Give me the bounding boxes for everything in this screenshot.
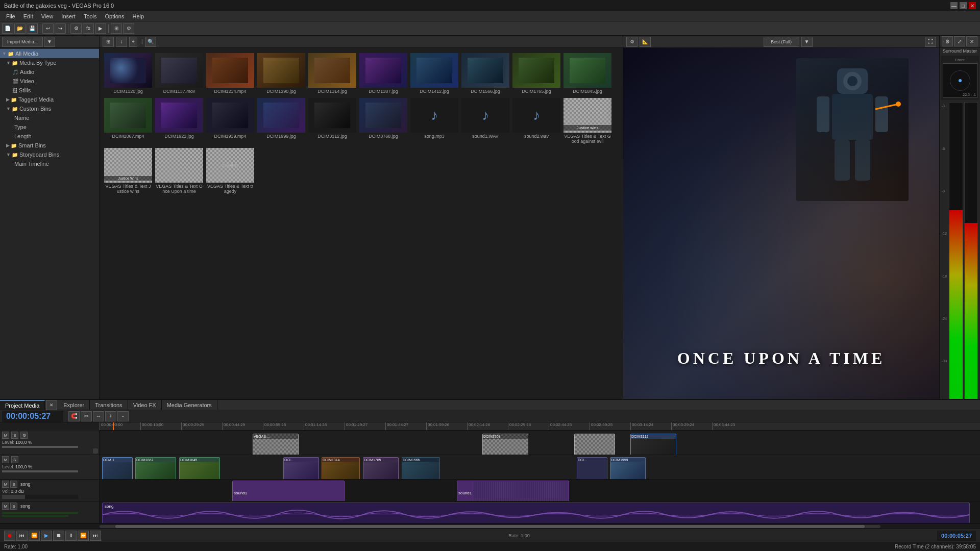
track1-settings[interactable]: ⚙	[20, 432, 28, 439]
search-media[interactable]: 🔍	[145, 37, 156, 47]
track1-level-slider[interactable]	[2, 446, 78, 448]
render-button[interactable]: ⚙	[70, 23, 82, 34]
tree-item-main-timeline[interactable]: Main Timeline	[0, 159, 99, 168]
video-clip-dcim1765[interactable]: DCIM1765	[363, 457, 399, 479]
audio-clip-sound1-2[interactable]: sound1	[457, 481, 569, 501]
transport-fwd[interactable]: ⏭	[90, 531, 101, 541]
tab-transitions[interactable]: Transitions	[90, 400, 128, 410]
text-clip-dcim3768[interactable]: DCIM3768	[482, 434, 528, 455]
media-item-dcim1234[interactable]: DCIM1234.mp4	[206, 52, 255, 95]
track2-solo[interactable]: S	[11, 456, 18, 463]
master-bus-expand[interactable]: ⤢	[954, 36, 965, 46]
maximize-button[interactable]: □	[960, 2, 967, 9]
menu-edit[interactable]: Edit	[19, 13, 37, 19]
tab-explorer[interactable]: Explorer	[58, 400, 90, 410]
media-item-text-once-upon-a-time[interactable]: VEGAS Titles & Text Once Upon a time	[155, 147, 204, 195]
video-clip-dcim1314[interactable]: DCIM1314	[322, 457, 360, 479]
video-clip-dcim1999[interactable]: DCIM1999	[610, 457, 646, 479]
view-toggle[interactable]: ⊞	[103, 37, 114, 47]
media-item-dcim3768[interactable]: DCIM3768.jpg	[359, 97, 408, 145]
media-item-dcim1999[interactable]: DCIM1999.jpg	[257, 97, 306, 145]
tl-snap[interactable]: 🧲	[68, 411, 80, 421]
media-item-dcim1137[interactable]: DCIM1137.mov	[155, 52, 204, 95]
transport-back[interactable]: ⏮	[16, 531, 28, 541]
preview-fullscreen[interactable]: ⛶	[925, 37, 936, 47]
new-button[interactable]: 📄	[2, 23, 13, 34]
tab-media-generators[interactable]: Media Generators	[162, 400, 217, 410]
master-bus-settings[interactable]: ⚙	[942, 36, 953, 46]
media-item-dcim1939[interactable]: DCIM1939.mp4	[206, 97, 255, 145]
save-button[interactable]: 💾	[27, 23, 38, 34]
redo-button[interactable]: ↪	[55, 23, 66, 34]
menu-file[interactable]: File	[2, 13, 19, 19]
audio-clip-song[interactable]: song	[102, 503, 970, 523]
tab-project-media[interactable]: Project Media	[0, 400, 45, 410]
menu-insert[interactable]: Insert	[57, 13, 80, 19]
video-clip-dci[interactable]: DCI...	[283, 457, 319, 479]
close-button[interactable]: ✕	[969, 2, 976, 9]
audio2-mute[interactable]: M	[2, 503, 9, 510]
transport-stop[interactable]: ⏹	[53, 531, 64, 541]
tree-item-name[interactable]: Name	[0, 113, 99, 122]
tree-item-smart-bins[interactable]: ▶ 📁 Smart Bins	[0, 141, 99, 150]
track1-solo[interactable]: S	[11, 432, 18, 439]
track2-mute[interactable]: M	[2, 456, 9, 463]
media-item-sound1-wav[interactable]: ♪ sound1.WAV	[461, 97, 510, 145]
video-clip-dcim1867[interactable]: DCIM1867	[135, 457, 176, 479]
grid-button[interactable]: ⊞	[111, 23, 122, 34]
master-bus-close[interactable]: ✕	[966, 36, 977, 46]
open-button[interactable]: 📂	[14, 23, 26, 34]
media-item-text-good-vs-evil[interactable]: Justice wins VEGAS Titles & Text Good ag…	[563, 97, 612, 145]
track2-level-slider[interactable]	[2, 470, 78, 472]
tree-options[interactable]: ▼	[44, 37, 55, 47]
media-item-text-justice-wins[interactable]: Justice WIns VEGAS Titles & Text Justice…	[104, 147, 153, 195]
preview-snap[interactable]: 📐	[640, 37, 651, 47]
fx-button[interactable]: fx	[83, 23, 94, 34]
audio-clip-sound1[interactable]: sound1	[232, 481, 345, 501]
tl-zoom-out[interactable]: -	[117, 411, 129, 421]
tree-item-length[interactable]: Length	[0, 132, 99, 141]
video-clip-dcim3112[interactable]: DCIM3112	[630, 434, 676, 455]
menu-tools[interactable]: Tools	[80, 13, 101, 19]
media-item-dcim1120[interactable]: DCIM1120.jpg	[104, 52, 153, 95]
track1-mute[interactable]: M	[2, 432, 9, 439]
minimize-button[interactable]: —	[950, 2, 958, 9]
preview-more[interactable]: ▼	[801, 37, 813, 47]
media-item-dcim3112[interactable]: DCIM3112.jpg	[308, 97, 357, 145]
audio1-solo[interactable]: S	[10, 481, 17, 488]
media-item-dcim1867[interactable]: DCIM1867.mp4	[104, 97, 153, 145]
preview-quality[interactable]: Best (Full)	[764, 37, 799, 47]
undo-button[interactable]: ↩	[42, 23, 54, 34]
preview-settings[interactable]: ⚙	[626, 37, 638, 47]
window-controls[interactable]: — □ ✕	[950, 2, 976, 9]
media-item-text-tragedy[interactable]: tragedy VEGAS Titles & Text tragedy	[206, 147, 255, 195]
transport-step-back[interactable]: ⏪	[29, 531, 40, 541]
video-clip-dcim1566[interactable]: DCIM1566	[402, 457, 440, 479]
text-clip-vegas[interactable]: VEGAS ...	[253, 434, 299, 455]
media-item-dcim1923[interactable]: DCIM1923.jpg	[155, 97, 204, 145]
video-clip-dcim1845[interactable]: DCIM1845	[179, 457, 220, 479]
tree-item-media-by-type[interactable]: ▼ 📁 Media By Type	[0, 58, 99, 67]
menu-help[interactable]: Help	[128, 13, 148, 19]
tree-item-audio[interactable]: 🎵 Audio	[0, 67, 99, 77]
media-item-dcim1290[interactable]: DCIM1290.jpg	[257, 52, 306, 95]
media-item-dcim1765[interactable]: DCIM1765.jpg	[512, 52, 561, 95]
tl-zoom-in[interactable]: +	[105, 411, 116, 421]
tl-ripple[interactable]: ↔	[93, 411, 104, 421]
menu-options[interactable]: Options	[101, 13, 129, 19]
play-button[interactable]: ▶	[95, 23, 106, 34]
sort-button[interactable]: ↕	[116, 37, 127, 47]
audio1-mute[interactable]: M	[2, 481, 9, 488]
settings-button[interactable]: ⚙	[123, 23, 134, 34]
audio2-solo[interactable]: S	[10, 503, 17, 510]
tree-item-type[interactable]: Type	[0, 122, 99, 132]
media-item-song-mp3[interactable]: ♪ song.mp3	[410, 97, 459, 145]
import-media-btn[interactable]: +	[129, 37, 137, 47]
close-project-media-tab[interactable]: ✕	[46, 400, 57, 410]
menu-view[interactable]: View	[37, 13, 58, 19]
video-clip-dcm1[interactable]: DCM 1	[102, 457, 133, 479]
tl-cut[interactable]: ✂	[81, 411, 92, 421]
media-item-dcim1566[interactable]: DCIM1566.jpg	[461, 52, 510, 95]
transport-step-fwd[interactable]: ⏩	[78, 531, 89, 541]
media-item-dcim1314[interactable]: DCIM1314.jpg	[308, 52, 357, 95]
